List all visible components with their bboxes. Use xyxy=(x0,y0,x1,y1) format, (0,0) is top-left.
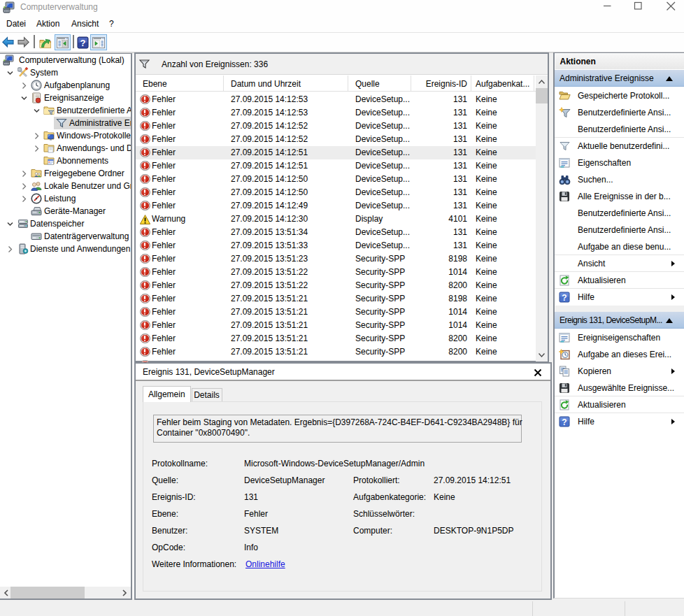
svg-text:?: ? xyxy=(562,293,567,303)
svg-text:?: ? xyxy=(562,417,567,427)
svg-text:?: ? xyxy=(80,38,86,48)
